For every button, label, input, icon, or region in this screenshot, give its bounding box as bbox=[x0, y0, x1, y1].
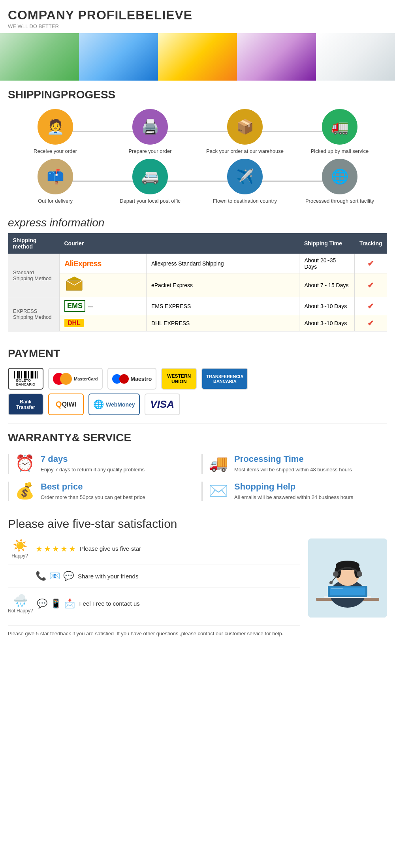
happy-icon-group: ☀️ Happy? bbox=[8, 538, 32, 559]
company-header: COMPANY PROFILEBELIEVE WE WLL DO BETTER bbox=[0, 0, 395, 33]
epacket-name: ePacket Express bbox=[146, 273, 299, 297]
express-info-section: express information Shipping method Cour… bbox=[0, 213, 395, 339]
step-depart-label: Depart your local post offic bbox=[120, 198, 181, 205]
check-icon: ✔ bbox=[367, 259, 374, 268]
webmoney-label: WebMoney bbox=[106, 401, 135, 408]
table-row: DHL DHL EXPRESS About 3~10 Days ✔ bbox=[8, 315, 387, 331]
visa-label: VISA bbox=[150, 398, 174, 410]
header-courier: Courier bbox=[60, 233, 299, 254]
nothappy-icon-group: 🌧️ Not Happy? bbox=[8, 593, 33, 614]
dhl-logo: DHL bbox=[64, 319, 84, 327]
mc-yellow-circle bbox=[60, 373, 72, 385]
step-receive-icon: 🧑‍💼 bbox=[38, 109, 73, 145]
phone-icon: 📞 bbox=[36, 571, 46, 581]
dhl-logo-cell: DHL bbox=[60, 315, 147, 331]
payment-logos: BOLETOBANCARIO MasterCard Maestro WESTER… bbox=[8, 368, 387, 390]
step-pack: 📦 Pack your order at our warehouse bbox=[203, 109, 286, 155]
discount-icon: 💰 bbox=[15, 482, 35, 500]
header-method: Shipping method bbox=[8, 233, 60, 254]
pay-mastercard: MasterCard bbox=[48, 368, 103, 390]
email-contact-icon: 📩 bbox=[64, 599, 75, 609]
photo-3 bbox=[158, 33, 237, 81]
step-prepare-label: Prepare your order bbox=[128, 148, 171, 155]
svg-rect-8 bbox=[28, 371, 29, 378]
warranty-help-title: Shopping Help bbox=[234, 482, 353, 492]
mae-red-circle bbox=[119, 374, 129, 384]
step-prepare-icon: 🖨️ bbox=[132, 109, 168, 145]
warranty-help-desc: All emails will be answered within 24 bu… bbox=[234, 493, 353, 501]
star-4: ★ bbox=[60, 544, 68, 554]
pay-qiwi: Q QIWI bbox=[48, 394, 84, 415]
happy-label: Happy? bbox=[8, 553, 32, 559]
header-time: Shipping Time bbox=[299, 233, 355, 254]
table-row: EXPRESS Shipping Method EMS ━━ EMS EXPRE… bbox=[8, 297, 387, 315]
svg-rect-4 bbox=[21, 371, 22, 378]
payment-section: PAYMENT BOLETOBANCARIO bbox=[0, 339, 395, 423]
progress-row-2: 📫 Out for delivery 🚐 Depart your local p… bbox=[8, 159, 387, 205]
ems-time: About 3~10 Days bbox=[299, 297, 355, 315]
warranty-processing-text: Processing Time Most items will be shipp… bbox=[234, 454, 352, 474]
mastercard-circles bbox=[53, 373, 72, 385]
header-tracking: Tracking bbox=[355, 233, 387, 254]
aliexpress-logo-cell: AliExpress bbox=[60, 254, 147, 273]
pay-banktransfer: BankTransfer bbox=[8, 394, 43, 415]
western-union-label: WESTERNUNION bbox=[167, 373, 191, 384]
dhl-tracking: ✔ bbox=[355, 315, 387, 331]
dhl-name: DHL EXPRESS bbox=[146, 315, 299, 331]
star-row-happy: ☀️ Happy? ★ ★ ★ ★ ★ Please give us five-… bbox=[8, 538, 300, 565]
svg-point-23 bbox=[329, 581, 333, 584]
warranty-7days-title: 7 days bbox=[41, 454, 145, 464]
ems-logo-cell: EMS ━━ bbox=[60, 297, 147, 315]
nothappy-label: Not Happy? bbox=[8, 608, 33, 614]
step-delivery-label: Out for delivery bbox=[38, 198, 73, 205]
star-5: ★ bbox=[69, 544, 76, 554]
photo-5 bbox=[316, 33, 395, 81]
progress-row-1: 🧑‍💼 Receive your order 🖨️ Prepare your o… bbox=[8, 109, 387, 155]
step-pack-label: Pack your order at our warehouse bbox=[206, 148, 284, 155]
warranty-help-text: Shopping Help All emails will be answere… bbox=[234, 482, 353, 501]
step-pickup: 🚛 Picked up by mail service bbox=[298, 109, 381, 155]
agent-photo bbox=[308, 538, 387, 618]
svg-rect-11 bbox=[34, 371, 34, 378]
pay-western-union: WESTERNUNION bbox=[161, 368, 197, 390]
check-icon: ✔ bbox=[367, 319, 374, 328]
share-icons: 📞 📧 💬 bbox=[36, 571, 74, 581]
photo-2 bbox=[79, 33, 158, 81]
step-processed-label: Processed through sort facility bbox=[305, 198, 374, 205]
warranty-7days-desc: Enjoy 7 days to returm if any quality pr… bbox=[41, 466, 145, 474]
ems-logo: EMS bbox=[64, 300, 85, 312]
warranty-bestprice-text: Best price Order more than 50pcs you can… bbox=[41, 482, 145, 501]
pay-webmoney: 🌐 WebMoney bbox=[88, 394, 140, 415]
step-pickup-icon: 🚛 bbox=[322, 109, 357, 145]
truck-icon: 🚚 bbox=[209, 454, 228, 473]
method-express: EXPRESS Shipping Method bbox=[8, 297, 60, 331]
fivestar-content: ☀️ Happy? ★ ★ ★ ★ ★ Please give us five-… bbox=[8, 538, 387, 638]
dhl-time: About 3~10 Days bbox=[299, 315, 355, 331]
payment-logos-2: BankTransfer Q QIWI 🌐 WebMoney VISA bbox=[8, 394, 387, 415]
boleto-label: BOLETOBANCARIO bbox=[16, 378, 36, 386]
transferencia-label: TRANSFERENCIABANCARIA bbox=[206, 374, 243, 384]
svg-rect-27 bbox=[331, 588, 343, 589]
maestro-label: Maestro bbox=[131, 376, 152, 382]
step-processed: 🌐 Processed through sort facility bbox=[298, 159, 381, 205]
warranty-7days: ⏰ 7 days Enjoy 7 days to returm if any q… bbox=[8, 454, 194, 474]
epacket-time: About 7 - 15 Days bbox=[299, 273, 355, 297]
warranty-title: WARRANTY& SERVICE bbox=[8, 427, 387, 448]
svg-point-22 bbox=[357, 571, 362, 577]
svg-point-21 bbox=[333, 571, 339, 577]
company-title: COMPANY PROFILEBELIEVE bbox=[8, 8, 387, 23]
star-icons: ★ ★ ★ ★ ★ bbox=[36, 544, 76, 554]
mastercard-label: MasterCard bbox=[74, 377, 98, 381]
warranty-processing-desc: Most items will be shipped within 48 bus… bbox=[234, 466, 352, 474]
wechat-icon: 💬 bbox=[37, 599, 47, 609]
shipping-table: Shipping method Courier Shipping Time Tr… bbox=[8, 233, 387, 331]
svg-rect-13 bbox=[37, 371, 38, 378]
pay-boleto: BOLETOBANCARIO bbox=[8, 368, 43, 390]
contact-icons: 💬 📱 📩 bbox=[37, 599, 75, 609]
step-flown-label: Flown to destination country bbox=[213, 198, 277, 205]
cloud-rain-icon: 🌧️ bbox=[8, 593, 33, 607]
ems-name: EMS EXPRESS bbox=[146, 297, 299, 315]
express-info-title: express information bbox=[8, 217, 387, 229]
mail-share-icon: 📧 bbox=[49, 571, 60, 581]
svg-rect-0 bbox=[14, 371, 15, 378]
